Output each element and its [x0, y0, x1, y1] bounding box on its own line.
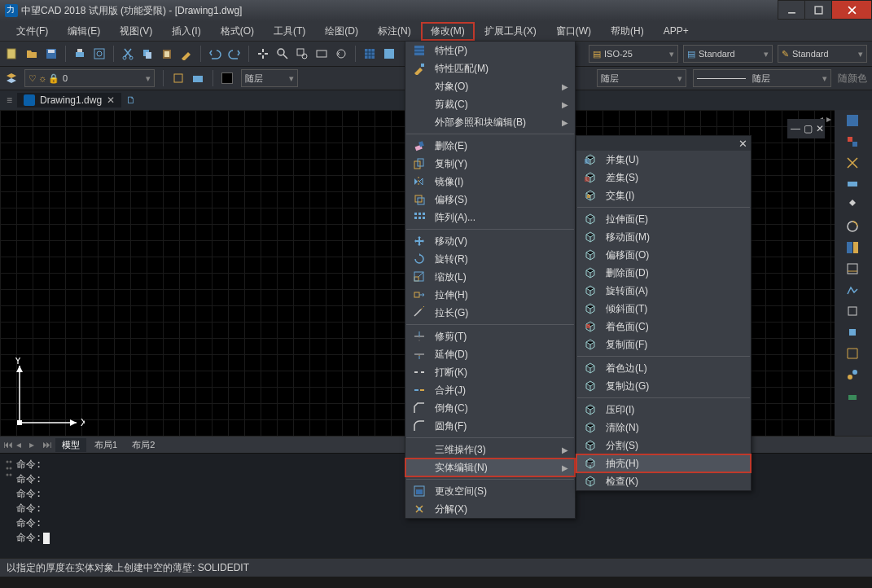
menuitem-move[interactable]: 移动(V)	[405, 232, 575, 250]
dim-style-combo[interactable]: ▤ISO-25▾	[589, 45, 678, 63]
menuitem-imprint[interactable]: 压印(I)	[576, 401, 751, 419]
tab-model[interactable]: 模型	[55, 438, 86, 452]
tab-layout2[interactable]: 布局2	[125, 438, 161, 452]
menu-绘图[interactable]: 绘图(D)	[315, 22, 368, 41]
menuitem-break[interactable]: 打断(K)	[405, 363, 575, 381]
menuitem-check[interactable]: 检查(K)	[576, 472, 751, 490]
close-button[interactable]	[831, 0, 872, 20]
menu-工具[interactable]: 工具(T)	[264, 22, 315, 41]
menu-修改[interactable]: 修改(M)	[421, 22, 475, 41]
zoom-icon[interactable]	[275, 46, 290, 61]
menuitem-union[interactable]: 并集(U)	[576, 151, 751, 169]
menuitem-chamfer[interactable]: 倒角(C)	[405, 399, 575, 417]
menuitem-properties[interactable]: 特性(P)	[405, 42, 575, 59]
child-max-icon[interactable]: ▢	[804, 123, 813, 134]
next-tab-icon[interactable]: ▸	[29, 439, 41, 450]
text-style-combo[interactable]: ▤Standard▾	[683, 45, 773, 63]
menuitem-erase[interactable]: 删除(E)	[405, 137, 575, 155]
insert-icon[interactable]	[191, 72, 204, 85]
palette-icon-7[interactable]	[845, 240, 861, 257]
menuitem-offface[interactable]: 偏移面(O)	[576, 246, 751, 264]
menuitem-fillet[interactable]: 圆角(F)	[405, 417, 575, 435]
palette-icon-12[interactable]	[845, 346, 861, 362]
palette-icon-2[interactable]	[845, 134, 861, 151]
tab-list-icon[interactable]: ≡	[7, 94, 12, 106]
linetype-combo[interactable]: 随层▾	[597, 69, 686, 87]
menuitem-offset[interactable]: 偏移(S)	[405, 191, 575, 208]
menuitem-subtract[interactable]: 差集(S)	[576, 169, 751, 186]
file-tab-close[interactable]: ✕	[107, 94, 115, 106]
palette-icon-1[interactable]	[845, 113, 861, 129]
menuitem-movface[interactable]: 移动面(M)	[576, 228, 751, 246]
menu-视图[interactable]: 视图(V)	[110, 22, 162, 41]
mdi-next-icon[interactable]: ▸	[826, 113, 831, 125]
menu-编辑[interactable]: 编辑(E)	[58, 22, 110, 41]
menu-文件[interactable]: 文件(F)	[7, 22, 58, 41]
save-icon[interactable]	[44, 46, 59, 61]
redo-icon[interactable]	[227, 46, 242, 61]
palette-icon-13[interactable]	[845, 367, 861, 384]
paste-icon[interactable]	[160, 46, 174, 61]
menuitem-copedge[interactable]: 复制边(G)	[576, 377, 751, 395]
menuitem-rotface[interactable]: 旋转面(A)	[576, 282, 751, 300]
menuitem-extend[interactable]: 延伸(D)	[405, 345, 575, 363]
tab-layout1[interactable]: 布局1	[88, 438, 124, 452]
maximize-button[interactable]	[804, 0, 832, 20]
child-min-icon[interactable]: —	[791, 123, 800, 134]
palette-icon-4[interactable]	[845, 177, 861, 193]
copy-icon[interactable]	[140, 46, 155, 61]
menuitem-copy[interactable]: 复制(Y)	[405, 155, 575, 173]
submenu-close-icon[interactable]: ✕	[738, 138, 747, 150]
print-icon[interactable]	[72, 46, 87, 61]
table-style-combo[interactable]: ✎Standard▾	[778, 45, 867, 63]
minimize-button[interactable]	[778, 0, 805, 20]
palette-icon-5[interactable]	[845, 198, 861, 214]
first-tab-icon[interactable]: ⏮	[3, 439, 15, 450]
menu-插入[interactable]: 插入(I)	[162, 22, 210, 41]
layer-combo[interactable]: ♡☼🔒0▾	[24, 69, 155, 87]
menu-标注[interactable]: 标注(N)	[368, 22, 421, 41]
file-tab-drawing1[interactable]: Drawing1.dwg ✕	[17, 93, 121, 108]
palette-icon-9[interactable]	[845, 283, 861, 299]
new-tab-icon[interactable]: 🗋	[126, 94, 136, 106]
menuitem-join[interactable]: 合并(J)	[405, 381, 575, 399]
menuitem-tapface[interactable]: 倾斜面(T)	[576, 300, 751, 318]
menu-扩展工具[interactable]: 扩展工具(X)	[475, 22, 546, 41]
menuitem-coledge[interactable]: 着色边(L)	[576, 359, 751, 377]
palette-icon-11[interactable]	[845, 325, 861, 341]
plot-preview-icon[interactable]	[92, 46, 107, 61]
menuitem-三维操作(3)[interactable]: 三维操作(3)▶	[405, 441, 575, 459]
last-tab-icon[interactable]: ⏭	[42, 439, 54, 450]
undo-icon[interactable]	[208, 46, 222, 61]
menu-格式[interactable]: 格式(O)	[211, 22, 264, 41]
palette-icon-3[interactable]	[845, 156, 861, 172]
menuitem-rotate[interactable]: 旋转(R)	[405, 250, 575, 268]
menuitem-外部参照和块编辑(B)[interactable]: 外部参照和块编辑(B)▶	[405, 113, 575, 131]
open-icon[interactable]	[24, 46, 39, 61]
menuitem-stretch[interactable]: 拉伸(H)	[405, 286, 575, 304]
menuitem-实体编辑(N)[interactable]: 实体编辑(N)▶	[405, 459, 575, 476]
matchprop-icon[interactable]	[179, 46, 194, 61]
menuitem-explode[interactable]: 分解(X)	[405, 500, 575, 518]
menuitem-mirror[interactable]: 镜像(I)	[405, 173, 575, 191]
block-icon[interactable]	[172, 72, 185, 85]
lineweight-combo[interactable]: 随层▾	[693, 69, 831, 87]
child-close-icon[interactable]: ✕	[816, 123, 824, 134]
menuitem-clean[interactable]: 清除(N)	[576, 419, 751, 437]
palette-icon-14[interactable]	[845, 388, 861, 405]
menu-帮助[interactable]: 帮助(H)	[601, 22, 654, 41]
palette-icon-6[interactable]	[845, 219, 861, 235]
palette-icon-10[interactable]	[845, 304, 861, 320]
palette-icon-8[interactable]	[845, 261, 861, 278]
menu-app+[interactable]: APP+	[654, 23, 699, 39]
prev-tab-icon[interactable]: ◂	[16, 439, 28, 450]
menuitem-match[interactable]: 特性匹配(M)	[405, 59, 575, 77]
color-combo[interactable]: 随层▾	[241, 69, 298, 87]
menuitem-trim[interactable]: 修剪(T)	[405, 327, 575, 345]
layer-mgr-icon[interactable]	[5, 72, 18, 85]
zoom-prev-icon[interactable]	[334, 46, 348, 61]
zoom-win-icon[interactable]	[295, 46, 309, 61]
menuitem-separate[interactable]: 分割(S)	[576, 437, 751, 454]
menuitem-copface[interactable]: 复制面(F)	[576, 336, 751, 353]
grid-icon[interactable]	[362, 46, 377, 61]
